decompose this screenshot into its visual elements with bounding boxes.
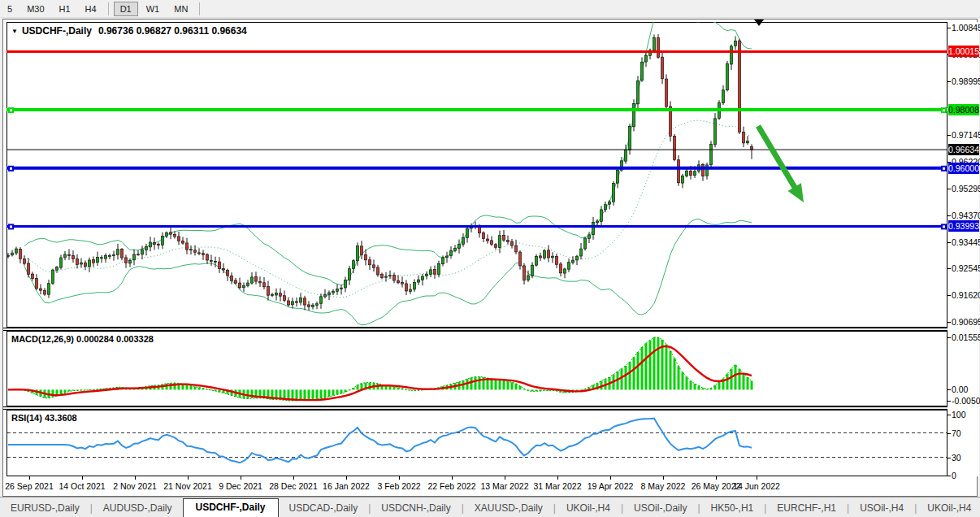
chart-tab-ukoilh4[interactable]: UKOil-,H4 — [917, 500, 980, 517]
candle-body — [523, 266, 526, 280]
chart-tab-eurchfh1[interactable]: EURCHF-,H1 — [766, 500, 847, 517]
timeframe-button-5[interactable]: 5 — [1, 2, 19, 16]
candle-body — [292, 302, 294, 305]
candle-body — [210, 260, 213, 261]
candle-body — [263, 283, 266, 287]
candle-body — [328, 293, 331, 295]
candle-body — [592, 222, 595, 234]
candle-body — [645, 55, 648, 62]
rsi-pane-border — [7, 411, 947, 476]
rsi-current-value: 43.3608 — [45, 413, 77, 423]
macd-axis-label: 0.01555 — [952, 332, 980, 342]
date-axis-label: 8 May 2022 — [641, 481, 686, 491]
toolbar-separator — [108, 2, 109, 15]
candle-body — [401, 282, 404, 284]
candle-body — [7, 255, 10, 256]
chart-tab-usdcnhdaily[interactable]: USDCNH-,Daily — [371, 500, 461, 517]
candle-body — [596, 221, 599, 223]
chart-title: ▼USDCHF-,Daily0.96736 0.96827 0.96311 0.… — [11, 25, 247, 37]
candle-body — [44, 290, 46, 294]
candle-body — [28, 263, 30, 274]
candle-body — [739, 41, 741, 132]
price-axis-tick — [947, 242, 951, 243]
date-axis-tick — [188, 476, 189, 480]
candle-body — [735, 41, 737, 46]
date-axis-label: 22 Feb 2022 — [428, 481, 476, 491]
chart-tab-ukoilh4[interactable]: UKOil-,H4 — [556, 500, 621, 517]
timeframe-button-d1[interactable]: D1 — [114, 2, 138, 16]
candle-body — [556, 257, 558, 265]
candle-body — [710, 145, 713, 165]
candle-body — [85, 263, 87, 266]
date-axis-tick — [399, 476, 400, 480]
candle-body — [357, 246, 359, 261]
date-axis-label: 21 Nov 2021 — [163, 481, 212, 491]
candle-body — [158, 245, 160, 245]
candle-body — [491, 241, 493, 245]
candle-body — [267, 286, 270, 295]
candle-body — [678, 160, 680, 183]
chart-tab-xauusddaily[interactable]: XAUUSD-,Daily — [464, 500, 553, 517]
price-axis-label: 0.90695 — [952, 317, 980, 327]
candle-body — [190, 250, 193, 250]
candle-body — [89, 260, 91, 267]
candle-body — [361, 246, 363, 255]
candle-body — [251, 277, 254, 283]
chart-tab-usoilh4[interactable]: USOil-,H4 — [849, 500, 914, 517]
chart-tab-hk50h1[interactable]: HK50-,H1 — [700, 500, 765, 517]
candle-body — [405, 284, 408, 291]
collapse-triangle-icon[interactable]: ▼ — [11, 28, 18, 35]
chart-tab-audusddaily[interactable]: AUDUSD-,Daily — [93, 500, 183, 517]
candle-body — [609, 202, 611, 204]
candle-body — [511, 241, 514, 245]
rsi-pane[interactable] — [7, 410, 947, 476]
date-axis-tick — [663, 476, 664, 480]
candle-body — [446, 256, 449, 258]
timeframe-button-w1[interactable]: W1 — [140, 2, 167, 16]
candle-body — [515, 245, 518, 252]
candle-body — [499, 236, 501, 248]
date-axis-tick — [82, 476, 83, 480]
price-axis-label: 0.97145 — [952, 130, 980, 140]
date-axis-label: 16 Jan 2022 — [323, 481, 370, 491]
h-line-support-blue-lower[interactable] — [7, 224, 947, 229]
candle-body — [674, 137, 676, 160]
candle-body — [410, 289, 412, 291]
down-trend-arrow[interactable] — [758, 126, 804, 202]
price-axis-tick — [947, 215, 951, 216]
chart-tab-usdchfdaily[interactable]: USDCHF-,Daily — [183, 498, 279, 517]
candle-body — [572, 260, 575, 263]
h-line-resistance-green[interactable] — [7, 107, 947, 113]
candle-body — [560, 264, 562, 273]
candle-body — [377, 267, 379, 275]
candle-body — [531, 265, 534, 276]
timeframe-button-h4[interactable]: H4 — [79, 2, 103, 16]
date-axis-tick — [29, 476, 30, 480]
price-badge-current-price-line: 0.96634 — [948, 144, 979, 155]
date-axis-tick — [505, 476, 505, 480]
rsi-line — [8, 419, 752, 463]
chart-tab-eurusddaily[interactable]: EURUSD-,Daily — [0, 500, 90, 517]
candle-body — [255, 277, 258, 282]
candle-body — [462, 238, 465, 245]
date-axis-label: 19 Apr 2022 — [588, 481, 634, 491]
chart-tab-usoildaily[interactable]: USOil-,Daily — [623, 500, 697, 517]
candle-body — [141, 250, 144, 254]
candle-body — [227, 271, 229, 276]
main-price-pane[interactable] — [7, 22, 947, 328]
candle-body — [483, 232, 485, 238]
candle-body — [487, 239, 489, 241]
date-axis-tick — [135, 476, 136, 480]
h-line-support-blue-upper[interactable] — [7, 166, 947, 172]
candle-body — [637, 80, 640, 104]
candle-body — [653, 38, 656, 50]
timeframe-button-h1[interactable]: H1 — [53, 2, 77, 16]
candle-body — [145, 246, 148, 250]
timeframe-button-mn[interactable]: MN — [167, 2, 194, 16]
candle-body — [552, 256, 554, 258]
chart-tab-usdcaddaily[interactable]: USDCAD-,Daily — [279, 500, 369, 517]
candle-body — [174, 235, 176, 237]
chart-shift-marker-icon[interactable] — [754, 20, 764, 26]
candle-body — [231, 276, 233, 280]
timeframe-button-m30[interactable]: M30 — [20, 2, 50, 16]
